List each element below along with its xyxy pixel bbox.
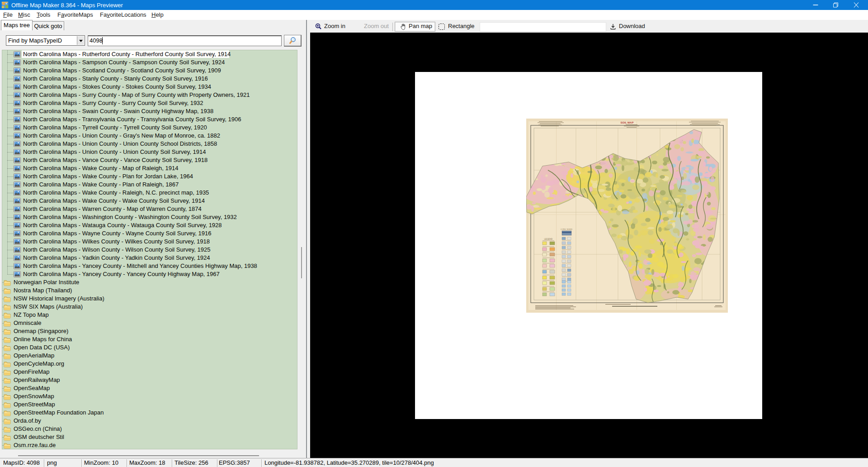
svg-text:SOIL MAP: SOIL MAP: [621, 121, 634, 124]
svg-text:CONV. SIGNS: CONV. SIGNS: [561, 228, 572, 230]
svg-text:LEGEND: LEGEND: [544, 238, 553, 240]
